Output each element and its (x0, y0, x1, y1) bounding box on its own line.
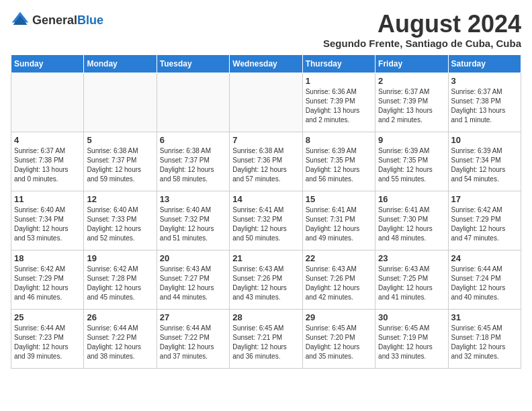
calendar-week-row: 25Sunrise: 6:44 AM Sunset: 7:23 PM Dayli… (11, 309, 521, 368)
day-number: 23 (378, 253, 445, 263)
header-wednesday: Wednesday (230, 54, 302, 73)
calendar-cell: 7Sunrise: 6:38 AM Sunset: 7:36 PM Daylig… (230, 132, 302, 191)
calendar-cell: 17Sunrise: 6:42 AM Sunset: 7:29 PM Dayli… (448, 191, 521, 250)
day-number: 30 (378, 312, 445, 322)
day-info: Sunrise: 6:41 AM Sunset: 7:30 PM Dayligh… (378, 205, 445, 243)
day-number: 12 (87, 194, 153, 204)
header-thursday: Thursday (302, 54, 375, 73)
day-info: Sunrise: 6:36 AM Sunset: 7:39 PM Dayligh… (306, 87, 372, 125)
calendar-cell: 28Sunrise: 6:45 AM Sunset: 7:21 PM Dayli… (230, 309, 302, 368)
day-info: Sunrise: 6:45 AM Sunset: 7:20 PM Dayligh… (306, 324, 372, 361)
day-number: 21 (232, 253, 299, 263)
day-info: Sunrise: 6:40 AM Sunset: 7:34 PM Dayligh… (14, 205, 81, 243)
calendar-cell: 2Sunrise: 6:37 AM Sunset: 7:39 PM Daylig… (375, 73, 448, 132)
calendar-cell: 31Sunrise: 6:45 AM Sunset: 7:18 PM Dayli… (448, 309, 521, 368)
day-number: 9 (378, 135, 445, 145)
day-number: 25 (14, 312, 81, 322)
header-friday: Friday (375, 54, 448, 73)
day-number: 19 (87, 253, 153, 263)
day-info: Sunrise: 6:45 AM Sunset: 7:18 PM Dayligh… (451, 324, 518, 361)
calendar-cell: 13Sunrise: 6:40 AM Sunset: 7:32 PM Dayli… (157, 191, 229, 250)
header-saturday: Saturday (448, 54, 521, 73)
logo-text-general: General (32, 13, 77, 27)
calendar-cell: 12Sunrise: 6:40 AM Sunset: 7:33 PM Dayli… (84, 191, 157, 250)
calendar-week-row: 18Sunrise: 6:42 AM Sunset: 7:29 PM Dayli… (11, 250, 521, 309)
calendar-cell: 21Sunrise: 6:43 AM Sunset: 7:26 PM Dayli… (230, 250, 302, 309)
day-number: 20 (160, 253, 226, 263)
day-number: 13 (160, 194, 226, 204)
calendar-cell: 20Sunrise: 6:43 AM Sunset: 7:27 PM Dayli… (157, 250, 229, 309)
day-number: 22 (306, 253, 372, 263)
calendar-cell: 3Sunrise: 6:37 AM Sunset: 7:38 PM Daylig… (448, 73, 521, 132)
calendar-cell: 29Sunrise: 6:45 AM Sunset: 7:20 PM Dayli… (302, 309, 375, 368)
calendar-cell: 10Sunrise: 6:39 AM Sunset: 7:34 PM Dayli… (448, 132, 521, 191)
day-info: Sunrise: 6:39 AM Sunset: 7:35 PM Dayligh… (306, 146, 372, 184)
calendar-cell: 24Sunrise: 6:44 AM Sunset: 7:24 PM Dayli… (448, 250, 521, 309)
day-number: 7 (232, 135, 299, 145)
calendar-cell: 22Sunrise: 6:43 AM Sunset: 7:26 PM Dayli… (302, 250, 375, 309)
calendar-week-row: 4Sunrise: 6:37 AM Sunset: 7:38 PM Daylig… (11, 132, 521, 191)
day-info: Sunrise: 6:39 AM Sunset: 7:34 PM Dayligh… (451, 146, 518, 184)
day-info: Sunrise: 6:42 AM Sunset: 7:29 PM Dayligh… (451, 205, 518, 243)
calendar-cell: 1Sunrise: 6:36 AM Sunset: 7:39 PM Daylig… (302, 73, 375, 132)
calendar-cell: 19Sunrise: 6:42 AM Sunset: 7:28 PM Dayli… (84, 250, 157, 309)
location-title: Segundo Frente, Santiago de Cuba, Cuba (323, 38, 521, 49)
calendar-cell: 9Sunrise: 6:39 AM Sunset: 7:35 PM Daylig… (375, 132, 448, 191)
calendar-cell: 23Sunrise: 6:43 AM Sunset: 7:25 PM Dayli… (375, 250, 448, 309)
calendar-cell: 5Sunrise: 6:38 AM Sunset: 7:37 PM Daylig… (84, 132, 157, 191)
day-info: Sunrise: 6:40 AM Sunset: 7:33 PM Dayligh… (87, 205, 153, 243)
day-info: Sunrise: 6:44 AM Sunset: 7:22 PM Dayligh… (87, 324, 153, 361)
calendar-cell: 27Sunrise: 6:44 AM Sunset: 7:22 PM Dayli… (157, 309, 229, 368)
title-area: August 2024 Segundo Frente, Santiago de … (323, 11, 521, 49)
day-number: 5 (87, 135, 153, 145)
day-number: 27 (160, 312, 226, 322)
day-info: Sunrise: 6:37 AM Sunset: 7:39 PM Dayligh… (378, 87, 445, 125)
day-number: 31 (451, 312, 518, 322)
calendar-cell: 15Sunrise: 6:41 AM Sunset: 7:31 PM Dayli… (302, 191, 375, 250)
day-info: Sunrise: 6:44 AM Sunset: 7:23 PM Dayligh… (14, 324, 81, 361)
day-number: 17 (451, 194, 518, 204)
logo-text-blue: Blue (77, 13, 103, 27)
logo-icon (11, 11, 30, 30)
day-info: Sunrise: 6:42 AM Sunset: 7:29 PM Dayligh… (14, 265, 81, 302)
calendar-table: SundayMondayTuesdayWednesdayThursdayFrid… (11, 54, 521, 369)
day-info: Sunrise: 6:37 AM Sunset: 7:38 PM Dayligh… (14, 146, 81, 184)
calendar-cell: 16Sunrise: 6:41 AM Sunset: 7:30 PM Dayli… (375, 191, 448, 250)
calendar-cell: 4Sunrise: 6:37 AM Sunset: 7:38 PM Daylig… (11, 132, 84, 191)
header-monday: Monday (84, 54, 157, 73)
calendar-cell: 11Sunrise: 6:40 AM Sunset: 7:34 PM Dayli… (11, 191, 84, 250)
calendar-header-row: SundayMondayTuesdayWednesdayThursdayFrid… (11, 54, 521, 73)
header-tuesday: Tuesday (157, 54, 229, 73)
day-info: Sunrise: 6:43 AM Sunset: 7:26 PM Dayligh… (232, 265, 299, 302)
day-info: Sunrise: 6:41 AM Sunset: 7:31 PM Dayligh… (306, 205, 372, 243)
day-number: 29 (306, 312, 372, 322)
day-info: Sunrise: 6:43 AM Sunset: 7:25 PM Dayligh… (378, 265, 445, 302)
calendar-cell (84, 73, 157, 132)
calendar-cell: 14Sunrise: 6:41 AM Sunset: 7:32 PM Dayli… (230, 191, 302, 250)
day-number: 28 (232, 312, 299, 322)
calendar-week-row: 11Sunrise: 6:40 AM Sunset: 7:34 PM Dayli… (11, 191, 521, 250)
day-number: 14 (232, 194, 299, 204)
day-info: Sunrise: 6:42 AM Sunset: 7:28 PM Dayligh… (87, 265, 153, 302)
calendar-week-row: 1Sunrise: 6:36 AM Sunset: 7:39 PM Daylig… (11, 73, 521, 132)
day-info: Sunrise: 6:45 AM Sunset: 7:19 PM Dayligh… (378, 324, 445, 361)
calendar-cell: 6Sunrise: 6:38 AM Sunset: 7:37 PM Daylig… (157, 132, 229, 191)
day-number: 11 (14, 194, 81, 204)
day-number: 3 (451, 76, 518, 86)
day-number: 2 (378, 76, 445, 86)
day-info: Sunrise: 6:43 AM Sunset: 7:27 PM Dayligh… (160, 265, 226, 302)
calendar-cell: 25Sunrise: 6:44 AM Sunset: 7:23 PM Dayli… (11, 309, 84, 368)
calendar-cell (157, 73, 229, 132)
day-info: Sunrise: 6:38 AM Sunset: 7:37 PM Dayligh… (160, 146, 226, 184)
day-number: 18 (14, 253, 81, 263)
header-sunday: Sunday (11, 54, 84, 73)
logo: GeneralBlue (11, 11, 103, 30)
month-title: August 2024 (323, 11, 521, 38)
day-info: Sunrise: 6:41 AM Sunset: 7:32 PM Dayligh… (232, 205, 299, 243)
day-number: 4 (14, 135, 81, 145)
calendar-cell: 30Sunrise: 6:45 AM Sunset: 7:19 PM Dayli… (375, 309, 448, 368)
day-info: Sunrise: 6:43 AM Sunset: 7:26 PM Dayligh… (306, 265, 372, 302)
day-info: Sunrise: 6:37 AM Sunset: 7:38 PM Dayligh… (451, 87, 518, 125)
day-info: Sunrise: 6:40 AM Sunset: 7:32 PM Dayligh… (160, 205, 226, 243)
day-number: 15 (306, 194, 372, 204)
